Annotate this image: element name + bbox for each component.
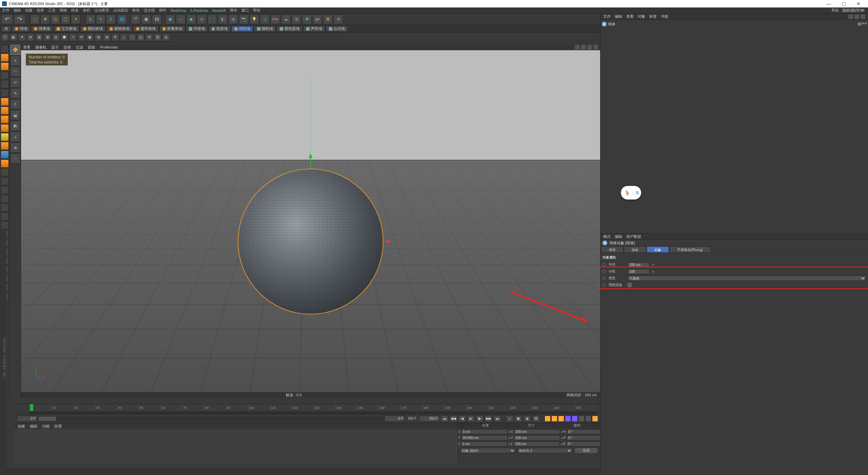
next-frame-button[interactable]: ▶ [476,415,484,422]
menu-create[interactable]: 创建 [25,8,33,13]
lc-14[interactable] [1,159,9,168]
ir-10[interactable]: ⟳ [78,34,85,41]
menu-tools[interactable]: 工具 [48,8,56,13]
lc-3[interactable] [1,62,9,71]
lc-8[interactable] [1,107,9,115]
am-userdata[interactable]: 用户数据 [626,234,641,239]
redo-button[interactable]: ↷ [14,15,25,24]
menu-realflow[interactable]: RealFlow [171,8,186,13]
opt-2[interactable] [585,416,591,422]
record-button[interactable]: ● [506,415,513,422]
vp-nav-1[interactable] [575,45,580,50]
tool-brush[interactable]: ✎ [10,88,20,98]
timeline[interactable]: 0102030405060708090100110120130140150160… [15,404,600,414]
generator-button[interactable]: ◉ [186,15,196,24]
ir-15[interactable]: ⟐ [120,34,127,41]
character-button[interactable]: 웃 [323,15,333,24]
mograph-cloner-button[interactable]: ⊞ [292,15,301,24]
field-sphere-body[interactable]: 球体域 [31,26,53,32]
ir-13[interactable]: ⊗ [103,34,111,41]
layer-dot[interactable] [858,22,861,26]
menu-select[interactable]: 选择 [37,8,44,13]
psr-r[interactable] [558,416,564,422]
tool-lasso[interactable]: ◠ [10,66,20,77]
lc-7[interactable] [1,98,9,106]
object-tree-item[interactable]: 球体 [602,21,867,27]
vm-view[interactable]: 查看 [23,45,31,50]
ir-11[interactable]: ◉ [86,34,94,41]
light-button[interactable]: 💡 [250,15,259,24]
lc-17[interactable] [1,186,9,194]
next-key-button[interactable]: ▶▶ [485,415,492,422]
ir-8[interactable]: ⬢ [61,34,68,41]
tool-magnet[interactable]: ⧲ [10,99,20,109]
array-button[interactable]: ⋮⋮ [208,15,217,24]
menu-pipeline[interactable]: 流水线 [144,8,155,13]
menu-window[interactable]: 窗口 [241,8,249,13]
field-capsule[interactable]: 胶囊体域 [159,26,185,32]
live-select-button[interactable]: ⬚ [30,15,40,24]
lc-20[interactable] [1,212,9,221]
om-filter-icon[interactable] [861,14,865,19]
field-linear[interactable]: 环形域 [186,26,208,32]
lc-13[interactable] [1,151,9,159]
om-search-icon[interactable] [848,14,853,19]
deformer-button[interactable]: ◧ [218,15,228,24]
om-object[interactable]: 对象 [638,14,645,19]
ir-17[interactable]: ◫ [137,34,144,41]
render-region-button[interactable]: ▦ [141,15,151,24]
menu-mograph[interactable]: 运动图形 [94,8,109,13]
ir-2[interactable]: ◐ [10,34,17,41]
vp-nav-4[interactable] [593,45,598,50]
ir-3[interactable]: ✦ [18,34,26,41]
tool-select[interactable]: ↖ [10,56,20,66]
subdiv-button[interactable]: ◎ [197,15,206,24]
move-button[interactable]: ✥ [40,15,50,24]
vm-filter[interactable]: 过滤 [76,45,83,50]
psr-button[interactable]: PSR [271,15,280,24]
lc-16[interactable] [1,177,9,185]
lc-4[interactable] [1,71,9,79]
field-random[interactable]: 径向域 [231,26,253,32]
menu-script[interactable]: 脚本 [230,8,237,13]
vis-editor-dot[interactable] [862,22,864,24]
ir-14[interactable]: ☀ [112,34,119,41]
menu-xparticles[interactable]: X-Particles [190,8,208,13]
om-view[interactable]: 查看 [626,14,634,19]
coord-pos-input[interactable] [461,441,507,446]
primitive-cube-button[interactable]: ▣ [165,15,175,24]
dynamics-button[interactable]: ⚙ [334,15,343,24]
play-button[interactable]: ▶ [467,415,475,422]
z-axis-button[interactable]: Z [106,15,116,24]
menu-help[interactable]: 帮助 [253,8,260,13]
autokey-button[interactable]: ◉ [515,415,522,422]
menu-redshift[interactable]: Redshift [212,8,226,13]
lc-12[interactable] [1,142,9,150]
maximize-button[interactable]: ▢ [836,0,851,7]
menu-volume[interactable]: 体积 [83,8,90,13]
om-file[interactable]: 文件 [603,14,611,19]
sphere-object[interactable] [238,169,383,315]
key-pla[interactable] [572,416,578,422]
am-edit[interactable]: 编辑 [615,234,622,239]
lc-10[interactable] [1,124,9,132]
ir-16[interactable]: ⬚ [129,34,136,41]
lc-18[interactable] [1,195,9,203]
tool-knife[interactable]: ✂ [10,77,20,88]
mat-func[interactable]: 功能 [42,424,50,429]
field-radial[interactable]: 线形域 [209,26,231,32]
field-formula[interactable]: 声音域 [303,26,325,32]
lc-2[interactable] [1,54,9,62]
render-settings-button[interactable]: 🎞 [152,15,161,24]
lc-19[interactable] [1,204,9,212]
prev-key-button[interactable]: ◀◀ [450,415,457,422]
menu-character[interactable]: 角色 [132,8,140,13]
anim-dot-radius[interactable] [603,263,606,266]
mat-tex[interactable]: 纹理 [54,424,62,429]
key-param[interactable] [565,416,571,422]
field-sound[interactable]: 着色器域 [277,26,302,32]
timeline-cursor[interactable] [30,404,33,411]
goto-start-button[interactable]: ⏮ [441,415,448,422]
vp-nav-2[interactable] [581,45,586,50]
om-bookmark[interactable]: 书签 [661,14,668,19]
